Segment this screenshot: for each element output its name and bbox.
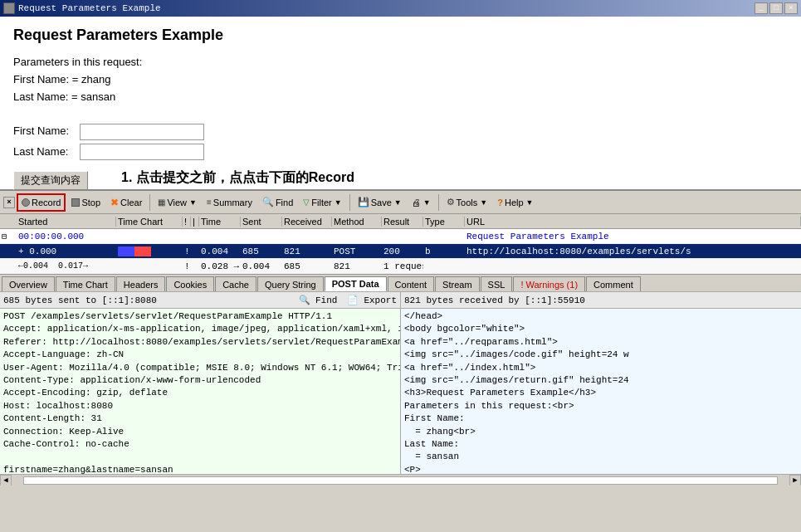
view-button[interactable]: ▦ View ▼ [154, 193, 201, 212]
col-received[interactable]: Received [282, 217, 332, 227]
table-row[interactable]: ←0.004 0.017→ ! 0.028 → 0.004 685 821 1 … [0, 259, 801, 274]
right-panel: 821 bytes received by [::1]:55910 </head… [401, 292, 801, 474]
left-panel-header: 685 bytes sent to [::1]:8080 🔍 Find 📄 Ex… [0, 292, 400, 309]
right-panel-title: 821 bytes received by [::1]:55910 [404, 295, 585, 305]
scroll-right-button[interactable]: ▶ [789, 475, 801, 486]
last-name-result: Last Name: = sansan [13, 89, 788, 106]
cell-sent: 0.004 [241, 261, 282, 271]
first-name-input[interactable] [80, 124, 204, 140]
submit-button[interactable]: 提交查询内容 [13, 171, 88, 190]
view-label: View [167, 198, 187, 207]
record-circle-icon [22, 198, 30, 207]
tools-button[interactable]: ⚙ Tools ▼ [442, 193, 492, 212]
col-time-chart[interactable]: Time Chart [116, 217, 183, 227]
last-name-label: Last Name: [13, 144, 80, 161]
cell-url: Request Parameters Example [465, 232, 801, 242]
filter-button[interactable]: ▽ Filter ▼ [299, 193, 345, 212]
browser-content: Request Parameters Example Parameters in… [0, 17, 801, 191]
window-title: Request Parameters Example [18, 3, 755, 13]
tab-headers[interactable]: Headers [116, 276, 166, 291]
tab-warnings[interactable]: ! Warnings (1) [513, 276, 585, 291]
scroll-left-button[interactable]: ◀ [0, 475, 12, 486]
col-started[interactable]: Started [17, 217, 116, 227]
col-time[interactable]: Time [199, 217, 241, 227]
find-toolbar-button[interactable]: 🔍 Find [258, 193, 297, 212]
tools-icon: ⚙ [447, 197, 455, 207]
table-row[interactable]: ⊟ 00:00:00.000 Request Parameters Exampl… [0, 229, 801, 244]
content-panels: 685 bytes sent to [::1]:8080 🔍 Find 📄 Ex… [0, 291, 801, 474]
page-body: Parameters in this request: First Name: … [13, 54, 788, 190]
separator-3 [438, 194, 439, 211]
clear-icon: ✖ [110, 197, 119, 208]
tab-stream[interactable]: Stream [435, 276, 479, 291]
cell-sent: 685 [241, 246, 282, 256]
first-name-result: First Name: = zhang [13, 71, 788, 89]
col-result[interactable]: Result [382, 217, 423, 227]
help-label: Help [505, 198, 524, 207]
help-dropdown-icon: ▼ [526, 198, 534, 207]
tab-time-chart[interactable]: Time Chart [56, 276, 115, 291]
col-sent[interactable]: Sent [241, 217, 282, 227]
print-button[interactable]: 🖨 ▼ [408, 193, 435, 212]
right-panel-header: 821 bytes received by [::1]:55910 [401, 292, 801, 309]
instruction-text: 1. 点击提交之前，点点击下面的Record [121, 167, 354, 188]
minimize-button[interactable]: _ [755, 2, 768, 14]
cell-started: + 0.000 [17, 246, 116, 256]
col-url[interactable]: URL [465, 217, 801, 227]
cell-method: 821 [332, 261, 382, 271]
tab-post-data[interactable]: POST Data [325, 276, 387, 291]
tab-query-string[interactable]: Query String [257, 276, 324, 291]
cell-result: 1 request [382, 261, 423, 271]
tabs-row: Overview Time Chart Headers Cookies Cach… [0, 275, 801, 291]
export-label[interactable]: Export [364, 295, 397, 305]
cell-result: 200 [382, 246, 423, 256]
cell-received: 821 [282, 246, 332, 256]
col-type[interactable]: Type [423, 217, 465, 227]
summary-label: Summary [213, 198, 252, 207]
close-button[interactable]: × [784, 2, 798, 14]
tab-cookies[interactable]: Cookies [166, 276, 214, 291]
horizontal-scrollbar[interactable]: ◀ ▶ [0, 474, 801, 486]
save-button[interactable]: 💾 Save ▼ [354, 193, 406, 212]
first-name-row: First Name: [13, 123, 788, 140]
filter-icon: ▽ [303, 198, 310, 207]
col-bar: | [191, 217, 199, 227]
clear-button[interactable]: ✖ Clear [106, 193, 146, 212]
params-label: Parameters in this request: [13, 54, 788, 71]
tab-ssl[interactable]: SSL [481, 276, 513, 291]
clear-label: Clear [120, 198, 142, 207]
last-name-row: Last Name: [13, 144, 788, 161]
tab-comment[interactable]: Comment [586, 276, 641, 291]
cell-method: POST [332, 246, 382, 256]
help-button[interactable]: ? Help ▼ [493, 193, 537, 212]
grid-header: Started Time Chart ! | Time Sent Receive… [0, 214, 801, 229]
tab-overview[interactable]: Overview [2, 276, 55, 291]
record-button[interactable]: Record [17, 193, 66, 212]
cell-expand: ⊟ [0, 232, 17, 242]
right-panel-content: </head> <body bgcolor="white"> <a href="… [401, 309, 801, 474]
col-method[interactable]: Method [332, 217, 382, 227]
tab-content[interactable]: Content [388, 276, 435, 291]
cell-type: b [423, 246, 465, 256]
find-label[interactable]: Find [315, 295, 337, 305]
window-icon [3, 2, 15, 14]
tabs-container: Overview Time Chart Headers Cookies Cach… [0, 274, 801, 291]
cell-time: 0.028 → [199, 261, 241, 271]
tab-cache[interactable]: Cache [215, 276, 256, 291]
find-toolbar-icon: 🔍 [262, 197, 274, 207]
close-httpwatch-button[interactable]: × [3, 197, 15, 208]
summary-button[interactable]: ≡ Summary [203, 193, 256, 212]
help-icon: ? [497, 198, 503, 207]
filter-label: Filter [311, 198, 331, 207]
first-name-label: First Name: [13, 123, 80, 140]
table-row[interactable]: + 0.000 ! 0.004 685 821 POST 200 b http:… [0, 244, 801, 259]
httpwatch-toolbar: × Record Stop ✖ Clear ▦ View ▼ ≡ Summary… [0, 191, 801, 214]
record-label: Record [32, 198, 61, 207]
stop-label: Stop [81, 198, 100, 207]
last-name-input[interactable] [80, 144, 204, 160]
scroll-track[interactable] [23, 476, 778, 485]
maximize-button[interactable]: □ [769, 2, 783, 14]
view-dropdown-icon: ▼ [189, 198, 197, 207]
stop-button[interactable]: Stop [67, 193, 105, 212]
window-controls[interactable]: _ □ × [755, 2, 798, 14]
